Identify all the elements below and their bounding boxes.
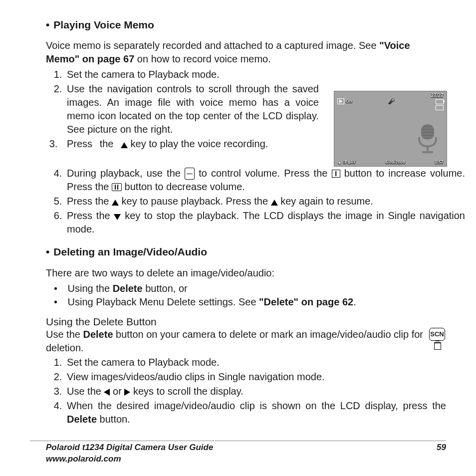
text: on how to record voice memo. xyxy=(134,53,270,64)
ordered-steps-delete: Set the camera to Playback mode. View im… xyxy=(46,356,446,426)
step: Use the navigation controls to scroll th… xyxy=(65,82,319,136)
page-footer: Polaroid t1234 Digital Camera User Guide… xyxy=(46,442,446,465)
steps-with-figure: Set the camera to Playback mode. Use the… xyxy=(46,68,446,167)
voice-memo-icon: 🎤 xyxy=(389,98,395,105)
text: During playback, use the xyxy=(67,168,185,179)
text: button. xyxy=(97,414,130,425)
text: key to pause playback. Press the xyxy=(119,196,271,207)
microphone-graphic xyxy=(418,124,438,154)
list-item: Using Playback Menu Delete settings. See… xyxy=(65,295,446,309)
step: Set the camera to Playback mode. xyxy=(65,356,446,369)
manual-page: Playing Voice Memo Voice memo is separat… xyxy=(0,0,476,476)
text: Press the xyxy=(67,138,121,149)
text: When the desired image/video/audio clip … xyxy=(67,400,446,411)
section-heading-playing-voice-memo: Playing Voice Memo xyxy=(46,18,446,32)
key-indicator: On xyxy=(346,98,352,104)
image-counter: 27/27 xyxy=(431,93,444,98)
list-item: Using the Delete button, or xyxy=(65,282,446,295)
footer-guide-title: Polaroid t1234 Digital Camera User Guide xyxy=(46,442,213,454)
footer-website: www.polaroid.com xyxy=(46,454,213,465)
step: Press the key to play the voice recordin… xyxy=(65,137,319,151)
subsection-title: Using the Delete Button xyxy=(46,315,446,329)
text: or xyxy=(110,386,124,397)
intro-paragraph: Voice memo is separately recorded and at… xyxy=(46,39,446,66)
nav-control-icon xyxy=(185,168,195,180)
scn-delete-button-figure: SCN xyxy=(429,328,446,350)
step: Use the or keys to scroll the display. xyxy=(65,385,446,398)
trash-icon xyxy=(434,342,441,350)
bold-delete: Delete xyxy=(67,414,97,425)
text: key to stop the playback. The LCD displa… xyxy=(67,210,465,235)
step: Press the key to pause playback. Press t… xyxy=(65,195,465,208)
zoom-in-icon xyxy=(332,170,340,178)
bullet-list: Using the Delete button, or Using Playba… xyxy=(46,282,446,309)
crossref-delete: "Delete" on page 62 xyxy=(259,296,353,307)
step: During playback, use the to control volu… xyxy=(65,167,465,194)
scn-button-icon: SCN xyxy=(429,328,445,341)
text: Use the xyxy=(46,329,83,340)
step: When the desired image/video/audio clip … xyxy=(65,399,446,426)
step: Press the key to stop the playback. The … xyxy=(65,209,465,236)
text: to control volume. Press the xyxy=(195,168,332,179)
battery-icon xyxy=(436,99,444,104)
text: Using Playback Menu Delete settings. See xyxy=(68,296,259,307)
text: key again to resume. xyxy=(278,196,373,207)
left-key-icon xyxy=(104,389,110,396)
text: key to play the voice recording. xyxy=(128,138,268,149)
bold-delete: Delete xyxy=(113,283,143,294)
text: keys to scroll the display. xyxy=(130,386,243,397)
ordered-steps: Set the camera to Playback mode. Use the… xyxy=(46,68,319,151)
zoom-out-icon xyxy=(112,183,122,191)
text: Press the xyxy=(67,210,114,221)
up-key-icon xyxy=(121,142,128,148)
up-key-icon xyxy=(271,200,278,206)
text: Voice memo is separately recorded and at… xyxy=(46,40,379,51)
subsection-intro: Use the Delete button on your camera to … xyxy=(46,328,446,355)
lcd-preview: On 🎤 27/27 xyxy=(334,91,447,167)
text: . xyxy=(353,296,356,307)
up-key-icon xyxy=(112,200,119,206)
text: button, or xyxy=(143,283,188,294)
step: Set the camera to Playback mode. xyxy=(65,68,319,81)
text: Use the xyxy=(67,386,104,397)
play-hint: ▲ :PLAY xyxy=(337,159,356,165)
ordered-steps-continued: During playback, use the to control volu… xyxy=(46,167,465,236)
text: Press the xyxy=(67,196,112,207)
bold-delete: Delete xyxy=(83,329,113,340)
footer-rule xyxy=(30,441,446,441)
step: View images/videos/audio clips in Single… xyxy=(65,370,446,384)
intro-paragraph: There are two ways to delete an image/vi… xyxy=(46,266,446,280)
page-number: 59 xyxy=(437,442,446,465)
text: Using the xyxy=(68,283,113,294)
recording-date: 6/09/2008 xyxy=(385,159,405,165)
playback-mode-icon xyxy=(337,98,344,104)
right-key-icon xyxy=(124,389,130,396)
recording-time: 1:57 xyxy=(435,159,444,165)
sd-card-icon xyxy=(436,105,444,110)
section-heading-deleting: Deleting an Image/Video/Audio xyxy=(46,245,446,259)
down-key-icon xyxy=(114,214,121,220)
text: button to decrease volume. xyxy=(122,181,245,192)
